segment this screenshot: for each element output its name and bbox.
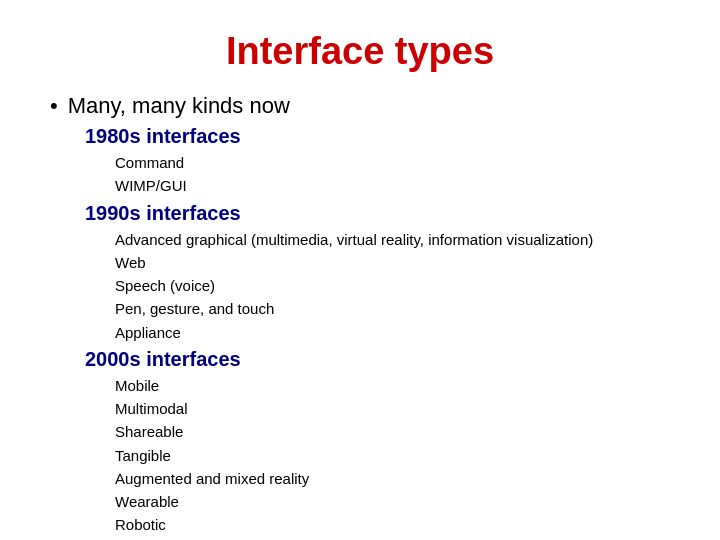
list-item: Wearable [115,490,670,513]
list-item: Advanced graphical (multimedia, virtual … [115,228,670,251]
list-item: Augmented and mixed reality [115,467,670,490]
slide: Interface types • Many, many kinds now 1… [0,0,720,540]
section-header-1980s: 1980s interfaces [85,125,670,148]
section-header-2000s: 2000s interfaces [85,348,670,371]
list-item: Pen, gesture, and touch [115,297,670,320]
list-item: Appliance [115,321,670,344]
list-item: Shareable [115,420,670,443]
bullet-icon: • [50,95,58,117]
section-header-1990s: 1990s interfaces [85,202,670,225]
list-item: Command [115,151,670,174]
items-1980s: Command WIMP/GUI [115,151,670,198]
list-item: Web [115,251,670,274]
list-item: Tangible [115,444,670,467]
bullet-label: Many, many kinds now [68,93,290,119]
list-item: WIMP/GUI [115,174,670,197]
list-item: Speech (voice) [115,274,670,297]
main-bullet: • Many, many kinds now [50,93,670,119]
list-item: Mobile [115,374,670,397]
list-item: Robotic [115,513,670,536]
list-item: Multimodal [115,397,670,420]
slide-title: Interface types [50,30,670,73]
items-2000s: Mobile Multimodal Shareable Tangible Aug… [115,374,670,537]
items-1990s: Advanced graphical (multimedia, virtual … [115,228,670,344]
